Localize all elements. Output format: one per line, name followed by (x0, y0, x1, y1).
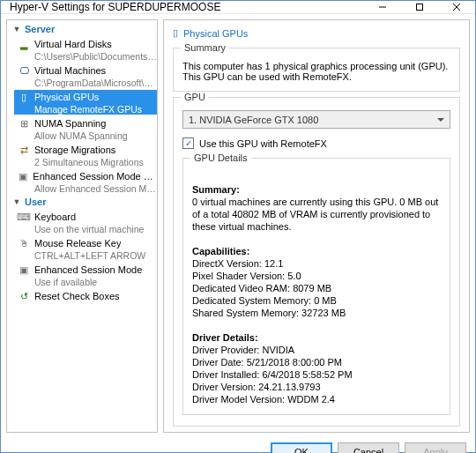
nav-tree[interactable]: ▼ Server ▂Virtual Hard Disks C:\Users\Pu… (6, 19, 158, 433)
nav-item-enhanced-session-mode[interactable]: ▣Enhanced Session Mode Use if available (7, 262, 157, 288)
gpu-dropdown[interactable]: 1. NVIDIA GeForce GTX 1080 (182, 110, 450, 129)
settings-window: Hyper-V Settings for SUPERDUPERMOOSE ▼ S… (0, 0, 476, 453)
minimize-icon (378, 3, 387, 11)
vm-icon: 🖵 (18, 64, 30, 77)
window-title: Hyper-V Settings for SUPERDUPERMOOSE (10, 1, 364, 13)
nav-item-storage-migrations[interactable]: ⇄Storage Migrations 2 Simultaneous Migra… (7, 142, 157, 168)
session-icon: ▣ (18, 264, 30, 276)
button-bar: OK Cancel Apply (6, 438, 470, 453)
chevron-down-icon: ▼ (12, 197, 21, 206)
titlebar: Hyper-V Settings for SUPERDUPERMOOSE (1, 1, 475, 14)
summary-text: This computer has 1 physical graphics pr… (182, 61, 450, 82)
ok-button[interactable]: OK (271, 442, 332, 453)
maximize-icon (415, 3, 424, 11)
gpu-details-legend: GPU Details (190, 152, 251, 163)
use-remotefx-row[interactable]: ✓ Use this GPU with RemoteFX (182, 136, 450, 151)
content-title-row: ▯ Physical GPUs (173, 26, 460, 42)
nav-item-reset-check-boxes[interactable]: ↺Reset Check Boxes (7, 288, 157, 304)
keyboard-icon: ⌨ (18, 211, 30, 223)
minimize-button[interactable] (364, 1, 401, 13)
nav-item-mouse-release-key[interactable]: 🖱Mouse Release Key CTRL+ALT+LEFT ARROW (7, 235, 157, 262)
vhd-icon: ▂ (18, 38, 30, 50)
section-server[interactable]: ▼ Server (7, 22, 157, 36)
maximize-button[interactable] (401, 1, 438, 13)
close-button[interactable] (438, 1, 475, 13)
window-buttons (364, 1, 475, 13)
nav-item-virtual-hard-disks[interactable]: ▂Virtual Hard Disks C:\Users\Public\Docu… (7, 36, 157, 63)
section-user[interactable]: ▼ User (7, 195, 157, 209)
content-pane: ▯ Physical GPUs Summary This computer ha… (163, 19, 470, 433)
gpu-details-group: GPU Details Summary: 0 virtual machines … (182, 158, 450, 415)
use-remotefx-label: Use this GPU with RemoteFX (199, 138, 327, 149)
gpu-icon: ▯ (18, 91, 30, 103)
client-area: ▼ Server ▂Virtual Hard Disks C:\Users\Pu… (1, 14, 475, 453)
content-title: Physical GPUs (183, 28, 248, 39)
numa-icon: ⊞ (18, 117, 30, 130)
nav-item-numa-spanning[interactable]: ⊞NUMA Spanning Allow NUMA Spanning (7, 115, 157, 142)
cancel-button[interactable]: Cancel (338, 442, 399, 453)
nav-item-physical-gpus[interactable]: ▯Physical GPUs Manage RemoteFX GPUs (7, 89, 157, 115)
gpu-details-text: Summary: 0 virtual machines are currentl… (192, 171, 441, 405)
gpu-icon: ▯ (173, 27, 178, 39)
reset-icon: ↺ (18, 290, 30, 302)
svg-rect-1 (417, 4, 423, 11)
gpu-group: GPU 1. NVIDIA GeForce GTX 1080 ✓ Use thi… (173, 97, 460, 427)
chevron-down-icon: ▼ (12, 25, 21, 33)
apply-button: Apply (405, 442, 466, 453)
section-label: User (25, 197, 46, 207)
section-label: Server (25, 24, 55, 34)
summary-group: Summary This computer has 1 physical gra… (173, 48, 460, 92)
gpu-legend: GPU (181, 92, 209, 102)
nav-item-virtual-machines[interactable]: 🖵Virtual Machines C:\ProgramData\Microso… (7, 63, 157, 89)
panes: ▼ Server ▂Virtual Hard Disks C:\Users\Pu… (6, 19, 470, 433)
checkbox-checked-icon[interactable]: ✓ (182, 137, 194, 149)
nav-item-enhanced-session-policy[interactable]: ▣Enhanced Session Mode Policy Allow Enha… (7, 168, 157, 195)
nav-item-keyboard[interactable]: ⌨Keyboard Use on the virtual machine (7, 209, 157, 235)
policy-icon: ▣ (18, 170, 28, 182)
gpu-selected-value: 1. NVIDIA GeForce GTX 1080 (189, 115, 318, 125)
storage-icon: ⇄ (18, 144, 30, 156)
close-icon (452, 3, 461, 11)
mouse-icon: 🖱 (18, 237, 30, 249)
summary-legend: Summary (181, 42, 229, 53)
